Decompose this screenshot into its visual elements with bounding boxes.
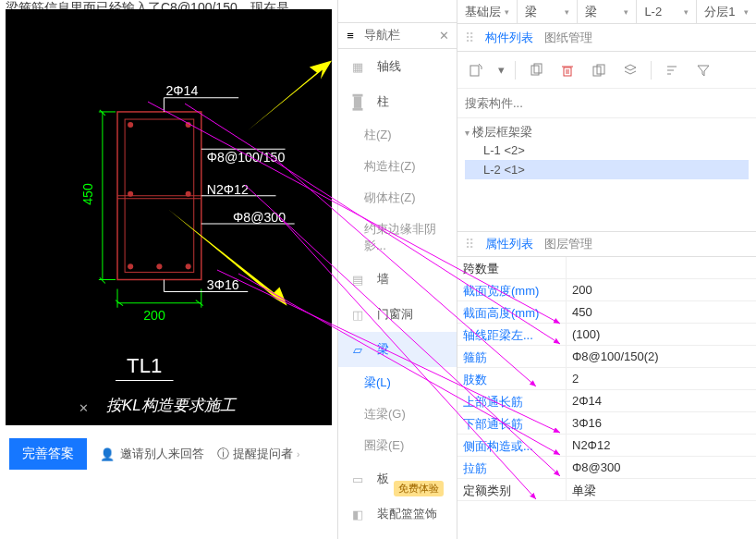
property-key: 跨数量 bbox=[457, 257, 567, 278]
tree-item-l2[interactable]: L-2 <1> bbox=[465, 160, 749, 179]
delete-button[interactable] bbox=[555, 57, 580, 83]
right-pane: 基础层▾ 梁▾ 梁▾ L-2▾ 分层1▾ ⠿ 构件列表 图纸管理 ▾ 楼 bbox=[457, 0, 756, 539]
new-button[interactable] bbox=[463, 57, 489, 83]
nav-col-qt[interactable]: 砌体柱(Z) bbox=[338, 182, 457, 214]
door-icon: ◫ bbox=[348, 304, 368, 325]
property-value[interactable]: Φ8@300 bbox=[567, 457, 756, 478]
svg-text:Φ8@300: Φ8@300 bbox=[233, 210, 286, 225]
new-dropdown[interactable]: ▾ bbox=[494, 57, 507, 83]
axis-icon: ▦ bbox=[348, 56, 368, 77]
sort-button[interactable] bbox=[659, 57, 685, 83]
nav-door[interactable]: ◫门窗洞 bbox=[338, 297, 457, 332]
improve-answer-button[interactable]: 完善答案 bbox=[9, 438, 87, 470]
nav-deco[interactable]: ◧装配篮篮饰 bbox=[338, 496, 457, 532]
drag-handle-icon[interactable]: ⠿ bbox=[465, 31, 474, 45]
dd-layer[interactable]: 基础层▾ bbox=[457, 0, 518, 23]
drag-handle-icon[interactable]: ⠿ bbox=[465, 237, 474, 251]
svg-rect-43 bbox=[353, 108, 363, 111]
svg-text:450: 450 bbox=[80, 183, 95, 205]
property-row[interactable]: 肢数2 bbox=[457, 368, 756, 390]
tree-item-l1[interactable]: L-1 <2> bbox=[465, 141, 749, 160]
svg-point-10 bbox=[186, 191, 191, 197]
property-value[interactable]: N2Φ12 bbox=[567, 435, 756, 456]
property-key: 侧面构造或... bbox=[457, 435, 567, 456]
tab-layer-mgmt[interactable]: 图层管理 bbox=[544, 236, 592, 252]
deco-icon: ◧ bbox=[348, 504, 368, 524]
nav-tab-label: 导航栏 bbox=[364, 27, 400, 43]
property-row[interactable]: 下部通长筋3Φ16 bbox=[457, 412, 756, 435]
svg-text:N2Φ12: N2Φ12 bbox=[207, 182, 249, 197]
info-icon: ⓘ bbox=[217, 446, 229, 462]
cad-viewport[interactable]: 200 450 2Φ14 Φ8@100/150 N2 bbox=[6, 9, 332, 425]
copy-button[interactable] bbox=[523, 57, 549, 83]
nav-beam[interactable]: ▱梁 bbox=[338, 332, 457, 367]
property-value[interactable]: Φ8@100/150(2) bbox=[567, 346, 756, 367]
tab-component-list[interactable]: 构件列表 bbox=[485, 30, 533, 46]
nav-list-icon: ≡ bbox=[344, 29, 357, 42]
property-row[interactable]: 跨数量 bbox=[457, 257, 756, 279]
property-value[interactable]: 2 bbox=[567, 368, 756, 389]
dd-item[interactable]: L-2▾ bbox=[637, 0, 697, 23]
duplicate-button[interactable] bbox=[586, 57, 612, 83]
property-key: 定额类别 bbox=[457, 479, 567, 500]
property-key: 箍筋 bbox=[457, 346, 567, 367]
beam-icon: ▱ bbox=[348, 339, 368, 360]
nav-wall[interactable]: ▤墙 bbox=[338, 262, 457, 297]
invite-button[interactable]: 👤 邀请别人来回答 bbox=[100, 446, 204, 462]
property-value[interactable]: (100) bbox=[567, 324, 756, 345]
property-grid: 跨数量截面宽度(mm)200截面高度(mm)450轴线距梁左...(100)箍筋… bbox=[457, 257, 756, 501]
svg-text:2Φ14: 2Φ14 bbox=[165, 83, 198, 98]
nav-col-ys[interactable]: 约束边缘非阴影... bbox=[338, 214, 457, 262]
nav-col-gz[interactable]: 构造柱(Z) bbox=[338, 151, 457, 182]
svg-rect-42 bbox=[354, 97, 361, 108]
tree-root[interactable]: 楼层框架梁 bbox=[465, 124, 749, 141]
tab-property-list[interactable]: 属性列表 bbox=[485, 236, 533, 252]
svg-marker-38 bbox=[248, 60, 332, 130]
filter-button[interactable] bbox=[690, 57, 716, 83]
svg-text:3Φ16: 3Φ16 bbox=[207, 277, 239, 292]
nav-beam-qe[interactable]: 圈梁(E) bbox=[338, 430, 457, 461]
property-key: 拉筋 bbox=[457, 457, 567, 478]
nav-column[interactable]: 柱 bbox=[338, 84, 457, 119]
nav-stair[interactable]: ☷楼梯 bbox=[338, 532, 457, 539]
property-row[interactable]: 轴线距梁左...(100) bbox=[457, 324, 756, 346]
search-input[interactable] bbox=[465, 92, 749, 114]
remind-button[interactable]: ⓘ 提醒提问者 › bbox=[217, 446, 299, 462]
close-icon[interactable]: ✕ bbox=[439, 29, 449, 43]
property-key: 轴线距梁左... bbox=[457, 324, 567, 345]
person-icon: 👤 bbox=[100, 447, 115, 461]
property-value[interactable]: 单梁 bbox=[567, 479, 756, 500]
svg-point-6 bbox=[128, 263, 133, 269]
wall-icon: ▤ bbox=[348, 269, 368, 289]
property-row[interactable]: 截面高度(mm)450 bbox=[457, 301, 756, 324]
property-value[interactable]: 200 bbox=[567, 279, 756, 300]
nav-beam-l[interactable]: 梁(L) bbox=[338, 367, 457, 398]
property-row[interactable]: 侧面构造或...N2Φ12 bbox=[457, 435, 756, 457]
property-row[interactable]: 箍筋Φ8@100/150(2) bbox=[457, 346, 756, 368]
cropped-title: 梁箍筋信息里面已经输入了C8@100/150，现在是 bbox=[0, 0, 337, 9]
slab-icon: ▭ bbox=[348, 469, 368, 489]
nav-beam-lg[interactable]: 连梁(G) bbox=[338, 398, 457, 430]
dd-cat[interactable]: 梁▾ bbox=[518, 0, 578, 23]
dd-type[interactable]: 梁▾ bbox=[578, 0, 638, 23]
property-value[interactable]: 2Φ14 bbox=[567, 390, 756, 411]
dropdown-row: 基础层▾ 梁▾ 梁▾ L-2▾ 分层1▾ bbox=[457, 0, 756, 24]
property-row[interactable]: 定额类别单梁 bbox=[457, 479, 756, 501]
property-value[interactable] bbox=[567, 257, 756, 278]
property-value[interactable]: 450 bbox=[567, 301, 756, 323]
property-row[interactable]: 上部通长筋2Φ14 bbox=[457, 390, 756, 412]
free-badge: 免费体验 bbox=[394, 481, 444, 496]
interlayer-button[interactable] bbox=[617, 57, 643, 83]
dd-sublayer[interactable]: 分层1▾ bbox=[697, 0, 756, 23]
svg-text:Φ8@100/150: Φ8@100/150 bbox=[207, 150, 286, 165]
tab-drawing-mgmt[interactable]: 图纸管理 bbox=[544, 30, 592, 46]
nav-col-z[interactable]: 柱(Z) bbox=[338, 119, 457, 151]
cad-drawing: 200 450 2Φ14 Φ8@100/150 N2 bbox=[6, 9, 332, 424]
property-row[interactable]: 截面宽度(mm)200 bbox=[457, 279, 756, 301]
chevron-icon: › bbox=[297, 449, 299, 459]
property-row[interactable]: 拉筋Φ8@300 bbox=[457, 457, 756, 479]
property-value[interactable]: 3Φ16 bbox=[567, 412, 756, 434]
svg-rect-44 bbox=[470, 66, 479, 76]
answer-actions: 完善答案 👤 邀请别人来回答 ⓘ 提醒提问者 › bbox=[0, 425, 337, 483]
nav-axis[interactable]: ▦轴线 bbox=[338, 49, 457, 84]
